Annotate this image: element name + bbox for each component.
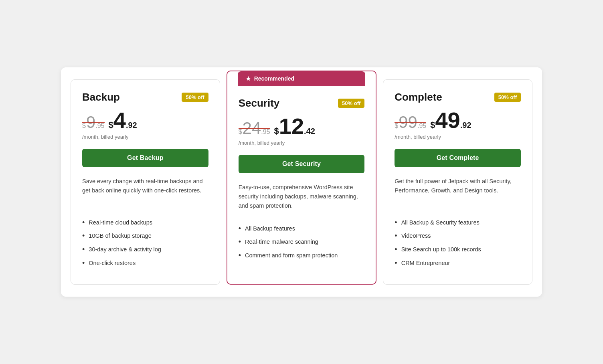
- plan-header: Backup 50% off: [82, 91, 208, 103]
- feature-item: All Backup features: [239, 222, 365, 236]
- feature-item: Real-time malware scanning: [239, 235, 365, 249]
- feature-item: Site Search up to 100k records: [395, 243, 521, 257]
- current-cents-backup: .92: [126, 121, 137, 130]
- pricing-wrapper: Backup 50% off $9.95 $4.92 /month, bille…: [61, 67, 542, 297]
- features-list-security: All Backup featuresReal-time malware sca…: [239, 222, 365, 263]
- original-main-complete: 99: [399, 114, 417, 131]
- cta-button-security[interactable]: Get Security: [239, 155, 365, 173]
- current-main-backup: 4: [113, 109, 126, 131]
- original-dollar-complete: $: [395, 122, 398, 129]
- price-row-complete: $99.95 $49.92: [395, 109, 521, 131]
- plan-description-security: Easy-to-use, comprehensive WordPress sit…: [239, 183, 365, 211]
- recommended-label: Recommended: [254, 75, 294, 82]
- current-main-complete: 49: [435, 109, 460, 131]
- current-dollar-security: $: [274, 126, 279, 136]
- current-cents-security: .42: [304, 127, 315, 136]
- cta-button-complete[interactable]: Get Complete: [395, 149, 521, 167]
- discount-badge-security: 50% off: [338, 99, 364, 108]
- features-list-complete: All Backup & Security featuresVideoPress…: [395, 216, 521, 270]
- feature-item: CRM Entrepreneur: [395, 257, 521, 270]
- feature-item: All Backup & Security features: [395, 216, 521, 230]
- price-original-complete: $99.95: [395, 114, 426, 131]
- price-current-backup: $4.92: [109, 109, 137, 131]
- current-dollar-backup: $: [109, 120, 113, 130]
- features-list-backup: Real-time cloud backups10GB of backup st…: [82, 216, 208, 270]
- cta-button-backup[interactable]: Get Backup: [82, 149, 208, 167]
- feature-item: 10GB of backup storage: [82, 229, 208, 243]
- plan-header: Security 50% off: [239, 97, 365, 109]
- price-current-security: $12.42: [274, 115, 315, 138]
- original-cents-backup: .95: [95, 122, 104, 129]
- pricing-grid: Backup 50% off $9.95 $4.92 /month, bille…: [71, 79, 532, 285]
- plan-name-security: Security: [239, 97, 280, 109]
- billing-note-complete: /month, billed yearly: [395, 134, 521, 140]
- current-cents-complete: .92: [460, 121, 471, 130]
- current-main-security: 12: [279, 115, 304, 138]
- plan-card-backup: Backup 50% off $9.95 $4.92 /month, bille…: [71, 79, 220, 285]
- plan-name-complete: Complete: [395, 91, 442, 103]
- price-original-security: $24.95: [239, 120, 270, 137]
- current-dollar-complete: $: [430, 120, 435, 130]
- plan-header: Complete 50% off: [395, 91, 521, 103]
- original-main-security: 24: [243, 120, 261, 137]
- feature-item: Comment and form spam protection: [239, 249, 365, 263]
- feature-item: One-click restores: [82, 257, 208, 270]
- original-main-backup: 9: [86, 114, 95, 131]
- feature-item: Real-time cloud backups: [82, 216, 208, 230]
- price-row-security: $24.95 $12.42: [239, 115, 365, 138]
- original-cents-security: .95: [261, 128, 270, 135]
- discount-badge-complete: 50% off: [494, 93, 521, 102]
- plan-card-complete: Complete 50% off $99.95 $49.92 /month, b…: [383, 79, 532, 285]
- price-row-backup: $9.95 $4.92: [82, 109, 208, 131]
- billing-note-security: /month, billed yearly: [239, 140, 365, 146]
- price-current-complete: $49.92: [430, 109, 471, 131]
- plan-card-security: ★ Recommended Security 50% off $24.95 $1…: [227, 71, 377, 285]
- star-icon: ★: [246, 75, 251, 82]
- feature-item: 30-day archive & activity log: [82, 243, 208, 257]
- original-dollar-security: $: [239, 128, 242, 135]
- plan-name-backup: Backup: [82, 91, 120, 103]
- discount-badge-backup: 50% off: [182, 93, 208, 102]
- plan-description-backup: Save every change with real-time backups…: [82, 177, 208, 205]
- original-dollar-backup: $: [82, 122, 86, 129]
- billing-note-backup: /month, billed yearly: [82, 134, 208, 140]
- recommended-banner: ★ Recommended: [238, 71, 366, 86]
- plan-description-complete: Get the full power of Jetpack with all S…: [395, 177, 521, 205]
- original-cents-complete: .95: [417, 122, 426, 129]
- feature-item: VideoPress: [395, 229, 521, 243]
- price-original-backup: $9.95: [82, 114, 105, 131]
